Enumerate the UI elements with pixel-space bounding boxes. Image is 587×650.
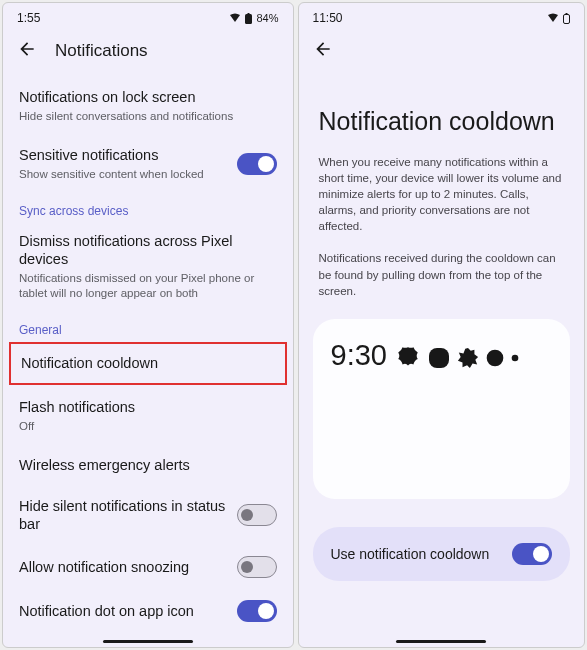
row-dismiss-across-devices[interactable]: Dismiss notifications across Pixel devic… xyxy=(3,221,293,313)
row-title: Notification dot on app icon xyxy=(19,602,227,621)
notification-blobs-icon xyxy=(395,345,519,371)
status-time: 1:55 xyxy=(17,11,40,25)
svg-point-5 xyxy=(487,349,504,366)
row-title: Wireless emergency alerts xyxy=(19,456,277,475)
section-general: General xyxy=(3,312,293,340)
header: Notifications xyxy=(3,29,293,77)
row-title: Sensitive notifications xyxy=(19,146,227,165)
section-sync: Sync across devices xyxy=(3,193,293,221)
wifi-icon xyxy=(547,13,559,23)
settings-screen: 1:55 84% Notifications Notifications on … xyxy=(2,2,294,648)
header xyxy=(299,29,585,77)
row-sub: Off xyxy=(19,419,277,434)
toggle-hide-silent[interactable] xyxy=(237,504,277,526)
status-right xyxy=(547,13,570,24)
nav-handle-icon[interactable] xyxy=(396,640,486,643)
row-lockscreen-notifications[interactable]: Notifications on lock screen Hide silent… xyxy=(3,77,293,135)
status-bar: 11:50 xyxy=(299,3,585,29)
settings-list: Notifications on lock screen Hide silent… xyxy=(3,77,293,636)
row-title: Dismiss notifications across Pixel devic… xyxy=(19,232,277,270)
toggle-use-cooldown[interactable] xyxy=(512,543,552,565)
svg-rect-4 xyxy=(429,348,449,368)
cooldown-screen: 11:50 Notification cooldown When you rec… xyxy=(298,2,586,648)
nav-handle-icon[interactable] xyxy=(103,640,193,643)
battery-icon xyxy=(245,13,252,24)
status-time: 11:50 xyxy=(313,11,343,25)
row-title: Notification cooldown xyxy=(21,354,275,373)
back-arrow-icon[interactable] xyxy=(17,39,37,63)
page-title: Notifications xyxy=(55,41,148,61)
battery-percent: 84% xyxy=(256,12,278,24)
battery-icon xyxy=(563,13,570,24)
svg-rect-3 xyxy=(566,13,568,15)
preview-time: 9:30 xyxy=(331,339,387,372)
page-title: Notification cooldown xyxy=(299,77,585,150)
toggle-label: Use notification cooldown xyxy=(331,546,490,562)
row-title: Hide silent notifications in status bar xyxy=(19,497,227,535)
toggle-notification-dot[interactable] xyxy=(237,600,277,622)
svg-rect-1 xyxy=(248,13,250,15)
nav-bar xyxy=(299,636,585,647)
wifi-icon xyxy=(229,13,241,23)
preview-card: 9:30 xyxy=(313,319,571,499)
row-use-cooldown[interactable]: Use notification cooldown xyxy=(313,527,571,581)
toggle-sensitive[interactable] xyxy=(237,153,277,175)
svg-rect-2 xyxy=(564,14,570,23)
row-notification-dot[interactable]: Notification dot on app icon xyxy=(3,589,293,633)
svg-rect-0 xyxy=(245,14,252,24)
description-2: Notifications received during the cooldo… xyxy=(299,246,585,302)
status-right: 84% xyxy=(229,12,278,24)
row-allow-snoozing[interactable]: Allow notification snoozing xyxy=(3,545,293,589)
row-sub: Hide silent conversations and notificati… xyxy=(19,109,277,124)
row-title: Allow notification snoozing xyxy=(19,558,227,577)
toggle-snoozing[interactable] xyxy=(237,556,277,578)
description-1: When you receive many notifications with… xyxy=(299,150,585,238)
row-notification-cooldown[interactable]: Notification cooldown xyxy=(9,342,287,385)
row-sub: Show sensitive content when locked xyxy=(19,167,227,182)
svg-point-6 xyxy=(512,354,519,361)
row-hide-silent[interactable]: Hide silent notifications in status bar xyxy=(3,486,293,546)
row-sensitive-notifications[interactable]: Sensitive notifications Show sensitive c… xyxy=(3,135,293,193)
nav-bar xyxy=(3,636,293,647)
row-flash-notifications[interactable]: Flash notifications Off xyxy=(3,387,293,445)
row-wireless-emergency-alerts[interactable]: Wireless emergency alerts xyxy=(3,445,293,486)
back-arrow-icon[interactable] xyxy=(313,39,333,63)
row-title: Notifications on lock screen xyxy=(19,88,277,107)
status-bar: 1:55 84% xyxy=(3,3,293,29)
row-sub: Notifications dismissed on your Pixel ph… xyxy=(19,271,277,301)
row-title: Flash notifications xyxy=(19,398,277,417)
